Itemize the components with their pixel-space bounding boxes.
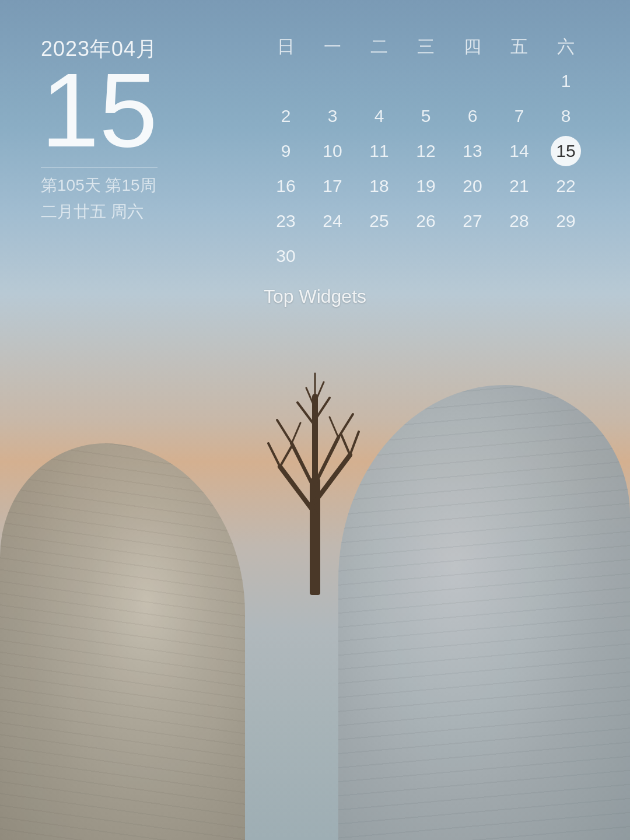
calendar-day: 23 (271, 206, 301, 236)
calendar-day: 24 (317, 206, 348, 236)
svg-line-13 (330, 417, 338, 438)
calendar-day: 6 (457, 101, 488, 131)
calendar-day: 4 (364, 101, 394, 131)
svg-line-6 (268, 443, 280, 467)
calendar-day: 21 (504, 171, 534, 201)
svg-line-12 (338, 414, 353, 438)
calendar-day: 3 (317, 101, 348, 131)
calendar-day: 27 (457, 206, 488, 236)
svg-line-11 (341, 435, 350, 455)
calendar-day: 15 (551, 136, 581, 166)
cal-header-mon: 一 (309, 35, 356, 59)
calendar-day: 12 (411, 136, 441, 166)
rock-right (338, 385, 630, 840)
calendar-day: 30 (271, 241, 301, 271)
cal-header-wed: 三 (402, 35, 449, 59)
calendar-day: 7 (504, 101, 534, 131)
svg-line-9 (292, 423, 300, 443)
calendar-day: 14 (504, 136, 534, 166)
rock-left (0, 443, 245, 840)
calendar-day: 18 (364, 171, 394, 201)
tree (262, 350, 368, 595)
cal-header-tue: 二 (356, 35, 402, 59)
calendar-day: 9 (271, 136, 301, 166)
calendar-day: 16 (271, 171, 301, 201)
calendar-day: 29 (551, 206, 581, 236)
calendar-day: 5 (411, 101, 441, 131)
svg-line-7 (280, 446, 292, 467)
cal-header-sun: 日 (262, 35, 309, 59)
svg-line-8 (277, 420, 292, 443)
lunar-line1: 第105天 第15周 (41, 173, 204, 199)
svg-line-10 (350, 432, 359, 455)
calendar-day: 8 (551, 101, 581, 131)
calendar-day: 11 (364, 136, 394, 166)
date-left: 2023年04月 15 第105天 第15周 二月廿五 周六 (41, 35, 204, 225)
calendar-day: 2 (271, 101, 301, 131)
cal-header-fri: 五 (496, 35, 542, 59)
lunar-line2: 二月廿五 周六 (41, 199, 204, 225)
svg-line-2 (315, 455, 350, 502)
calendar-day: 10 (317, 136, 348, 166)
calendar-day: 20 (457, 171, 488, 201)
calendar-day: 17 (317, 171, 348, 201)
calendar-day: 19 (411, 171, 441, 201)
calendar-day: 13 (457, 136, 488, 166)
svg-line-17 (315, 382, 324, 402)
calendar-body: 1234567891011121314151617181920212223242… (262, 66, 589, 271)
cal-header-sat: 六 (542, 35, 589, 59)
svg-line-3 (292, 443, 315, 490)
calendar-grid: 日 一 二 三 四 五 六 12345678910111213141516171… (262, 35, 589, 271)
calendar-day: 22 (551, 171, 581, 201)
calendar-day: 28 (504, 206, 534, 236)
calendar-day: 25 (364, 206, 394, 236)
calendar-day: 1 (551, 66, 581, 96)
calendar-day: 26 (411, 206, 441, 236)
top-widgets-label: Top Widgets (0, 286, 630, 307)
day-number: 15 (41, 58, 204, 163)
cal-header-thu: 四 (449, 35, 496, 59)
calendar-header: 日 一 二 三 四 五 六 (262, 35, 589, 59)
